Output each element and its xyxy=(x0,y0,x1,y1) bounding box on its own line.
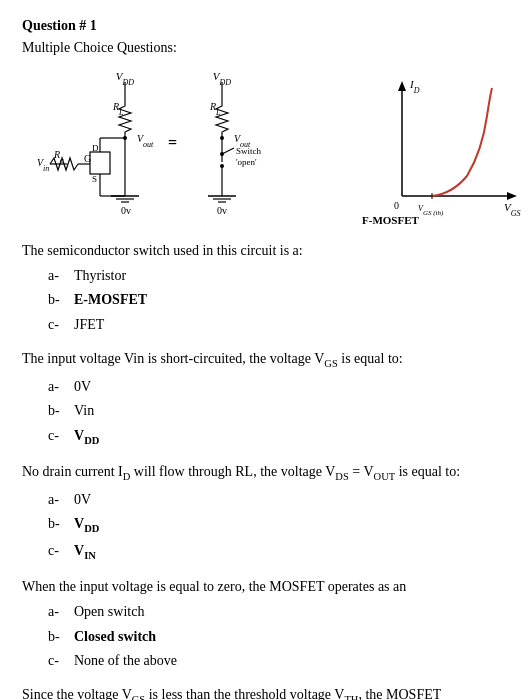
svg-text:S: S xyxy=(92,174,97,184)
svg-text:0: 0 xyxy=(394,200,399,211)
list-item: c- None of the above xyxy=(48,650,508,672)
question-5: Since the voltage VGS is less than the t… xyxy=(22,684,508,700)
svg-text:'open': 'open' xyxy=(236,157,257,167)
list-item: a- Thyristor xyxy=(48,265,508,287)
list-item: b- VDD xyxy=(48,513,508,538)
list-item: a- 0V xyxy=(48,376,508,398)
q3-text: No drain current ID will flow through RL… xyxy=(22,461,508,485)
circuit-diagram: VDD RL Vout 0v Vin Rc G D S xyxy=(22,66,322,226)
q3-options: a- 0V b- VDD c- VIN xyxy=(48,489,508,565)
list-item: c- VDD xyxy=(48,425,508,450)
svg-text:RL: RL xyxy=(209,101,221,117)
list-item: b- E-MOSFET xyxy=(48,289,508,311)
svg-line-30 xyxy=(222,148,234,154)
svg-marker-41 xyxy=(398,81,406,91)
svg-text:Vout: Vout xyxy=(137,133,154,149)
section-label: Multiple Choice Questions: xyxy=(22,40,508,56)
q4-options: a- Open switch b- Closed switch c- None … xyxy=(48,601,508,672)
list-item: c- JFET xyxy=(48,314,508,336)
mosfet-graph: ID VGS VGS (th) 0 F-MOSFET xyxy=(322,66,522,226)
svg-text:0v: 0v xyxy=(121,205,131,216)
svg-text:VGS (th): VGS (th) xyxy=(418,204,444,217)
q4-text: When the input voltage is equal to zero,… xyxy=(22,576,508,597)
diagram-row: VDD RL Vout 0v Vin Rc G D S xyxy=(22,66,508,226)
svg-text:Rc: Rc xyxy=(53,149,64,165)
q1-text: The semiconductor switch used in this ci… xyxy=(22,240,508,261)
question-title: Question # 1 xyxy=(22,18,508,34)
svg-text:0v: 0v xyxy=(217,205,227,216)
svg-text:D: D xyxy=(92,143,99,153)
list-item: a- Open switch xyxy=(48,601,508,623)
list-item: c- VIN xyxy=(48,540,508,565)
question-1: The semiconductor switch used in this ci… xyxy=(22,240,508,336)
svg-text:RL: RL xyxy=(112,101,124,117)
svg-rect-14 xyxy=(90,152,110,174)
list-item: a- 0V xyxy=(48,489,508,511)
question-3: No drain current ID will flow through RL… xyxy=(22,461,508,564)
q2-options: a- 0V b- Vin c- VDD xyxy=(48,376,508,449)
svg-text:Vin: Vin xyxy=(37,157,49,173)
questions-container: The semiconductor switch used in this ci… xyxy=(22,240,508,700)
q5-text: Since the voltage VGS is less than the t… xyxy=(22,684,508,700)
q2-text: The input voltage Vin is short-circuited… xyxy=(22,348,508,372)
svg-text:VGS: VGS xyxy=(504,201,521,218)
q1-options: a- Thyristor b- E-MOSFET c- JFET xyxy=(48,265,508,336)
svg-marker-44 xyxy=(507,192,517,200)
svg-text:F-MOSFET: F-MOSFET xyxy=(362,214,419,226)
list-item: b- Vin xyxy=(48,400,508,422)
svg-text:=: = xyxy=(168,134,177,151)
svg-text:ID: ID xyxy=(409,78,420,95)
list-item: b- Closed switch xyxy=(48,626,508,648)
svg-text:Switch: Switch xyxy=(236,146,262,156)
question-2: The input voltage Vin is short-circuited… xyxy=(22,348,508,449)
question-4: When the input voltage is equal to zero,… xyxy=(22,576,508,672)
svg-point-31 xyxy=(220,152,224,156)
